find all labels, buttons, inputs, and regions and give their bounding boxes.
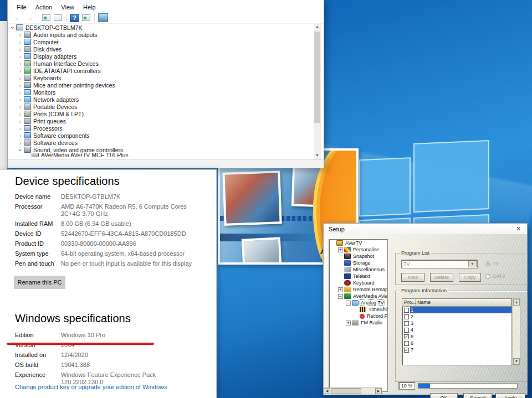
setup-tree-item[interactable]: AVerTV	[329, 240, 387, 246]
program-name-cell[interactable]	[416, 307, 511, 313]
scrollbar-thumb[interactable]	[331, 388, 361, 394]
device-tree-item[interactable]: › Portable Devices	[8, 103, 317, 110]
program-checkbox[interactable]	[404, 321, 409, 326]
expand-box-icon[interactable]	[346, 301, 351, 306]
program-checkbox[interactable]	[404, 341, 409, 346]
setup-tree-item[interactable]: AVerMedia AVerTV M	[329, 293, 387, 299]
scroll-left-icon[interactable]: ◄	[324, 388, 330, 394]
device-tree-item[interactable]: › DESKTOP-GTBLM7K	[8, 24, 317, 31]
chevron-down-icon[interactable]: ▼	[468, 261, 477, 267]
device-tree-item[interactable]: › Sound, video and game controllers	[8, 146, 317, 153]
ok-button[interactable]: OK	[430, 393, 458, 398]
expand-chevron-icon[interactable]: ›	[17, 97, 23, 102]
program-checkbox[interactable]	[404, 348, 409, 353]
expand-chevron-icon[interactable]: ›	[17, 75, 23, 81]
device-tree-item[interactable]: › AVerMedia AVerTV MCE 116 Plus	[8, 153, 317, 157]
device-tree-item[interactable]: › Network adapters	[8, 96, 317, 103]
scroll-down-icon[interactable]: ▼	[314, 152, 321, 159]
program-checkbox[interactable]	[404, 308, 409, 313]
program-name-cell[interactable]	[416, 347, 511, 353]
expand-chevron-icon[interactable]: ›	[17, 61, 23, 66]
program-checkbox[interactable]	[404, 334, 409, 339]
device-tree-item[interactable]: › Disk drives	[8, 45, 317, 53]
device-tree-item[interactable]: › Processors	[8, 125, 317, 132]
expand-chevron-icon[interactable]: ›	[17, 111, 23, 117]
catv-radio[interactable]: CATV	[485, 273, 505, 279]
expand-chevron-icon[interactable]: ›	[17, 54, 23, 59]
program-row[interactable]: 7	[402, 347, 511, 353]
program-name-cell[interactable]	[416, 333, 511, 340]
delete-button[interactable]: Delete	[430, 273, 453, 282]
setup-tree-item[interactable]: Snapshot	[329, 253, 387, 260]
scroll-up-icon[interactable]: ▲	[513, 299, 520, 306]
device-tree-item[interactable]: › Software components	[8, 132, 317, 139]
program-checkbox[interactable]	[404, 314, 409, 319]
expand-box-icon[interactable]	[338, 247, 343, 252]
scrollbar-thumb[interactable]	[314, 32, 320, 123]
menu-item[interactable]: File	[12, 3, 31, 12]
program-row[interactable]: 1	[402, 307, 511, 313]
expand-chevron-icon[interactable]: ›	[17, 32, 23, 38]
device-tree-item[interactable]: › Computer	[8, 38, 317, 45]
setup-tree-item[interactable]: Keyboard	[329, 280, 387, 286]
program-row[interactable]: 2	[402, 313, 511, 320]
tv-radio[interactable]: TV	[485, 261, 499, 266]
forward-icon[interactable]: →	[24, 13, 35, 22]
expand-chevron-icon[interactable]: ›	[17, 39, 23, 45]
expand-chevron-icon[interactable]: ›	[17, 118, 23, 124]
menu-item[interactable]: View	[57, 3, 79, 12]
device-tree-item[interactable]: › Software devices	[8, 139, 317, 146]
new-button[interactable]: New	[401, 273, 424, 282]
device-tree-scrollbar[interactable]: ▲ ▼	[314, 24, 321, 159]
program-checkbox[interactable]	[404, 328, 409, 333]
scroll-down-icon[interactable]: ▼	[513, 358, 520, 365]
cancel-button[interactable]: Cancel	[463, 393, 492, 398]
expand-chevron-icon[interactable]: ›	[17, 68, 23, 74]
device-tree-item[interactable]: › Display adapters	[8, 53, 317, 60]
program-table-scrollbar[interactable]: ▲ ▼	[513, 298, 520, 365]
close-icon[interactable]: ×	[514, 225, 523, 233]
expand-chevron-icon[interactable]: ›	[17, 104, 23, 110]
expand-chevron-icon[interactable]: ›	[17, 82, 23, 88]
setup-titlebar[interactable]: Setup ×	[324, 224, 527, 234]
device-tree-item[interactable]: › Keyboards	[8, 74, 317, 81]
change-product-key-link[interactable]: Change product key or upgrade your editi…	[15, 384, 167, 390]
scroll-up-icon[interactable]: ▲	[314, 24, 321, 31]
scan-hardware-icon[interactable]	[98, 13, 108, 22]
action-pane-icon[interactable]	[81, 13, 91, 22]
setup-tree-item[interactable]: Teletext	[329, 273, 387, 280]
rename-this-pc-button[interactable]: Rename this PC	[14, 276, 65, 289]
program-column-header[interactable]: Pro...	[402, 299, 416, 306]
expand-chevron-icon[interactable]: ›	[17, 90, 23, 95]
program-name-cell[interactable]	[416, 313, 511, 320]
expand-box-icon[interactable]	[338, 287, 343, 292]
setup-tree-item[interactable]: Remote Remapping	[329, 286, 387, 293]
program-name-cell[interactable]	[416, 320, 511, 327]
expand-chevron-icon[interactable]: ›	[17, 133, 23, 138]
setup-tree-item[interactable]: Record Forma	[329, 313, 387, 319]
expand-chevron-icon[interactable]: ›	[17, 46, 23, 52]
menu-item[interactable]: Help	[79, 3, 100, 12]
program-name-cell[interactable]	[416, 327, 511, 333]
device-tree-item[interactable]: › Monitors	[8, 89, 317, 96]
setup-tree-item[interactable]: Personalise	[329, 246, 387, 253]
copy-button[interactable]: Copy	[459, 273, 481, 282]
expand-chevron-icon[interactable]: ›	[18, 147, 23, 153]
program-row[interactable]: 4	[402, 327, 511, 333]
setup-tree-item[interactable]: TimeShift	[329, 306, 387, 313]
expand-chevron-icon[interactable]: ›	[10, 24, 16, 30]
setup-tree-item[interactable]: Storage	[329, 260, 387, 266]
apply-button[interactable]: Apply	[495, 393, 525, 398]
setup-tree-item[interactable]: FM Radio	[329, 319, 387, 326]
back-icon[interactable]: ←	[13, 13, 23, 22]
menu-item[interactable]: Action	[31, 3, 57, 12]
program-list-dropdown[interactable]: TV ▼	[401, 260, 478, 268]
scroll-right-icon[interactable]: ►	[375, 388, 382, 394]
help-icon[interactable]: ?	[69, 13, 80, 22]
device-tree-item[interactable]: › Human Interface Devices	[8, 60, 317, 67]
device-tree-item[interactable]: › IDE ATA/ATAPI controllers	[8, 67, 317, 74]
expand-box-icon[interactable]	[346, 321, 351, 325]
program-row[interactable]: 5	[402, 333, 511, 340]
program-name-cell[interactable]	[416, 340, 511, 347]
setup-tree-item[interactable]: Analog TV	[329, 299, 387, 306]
